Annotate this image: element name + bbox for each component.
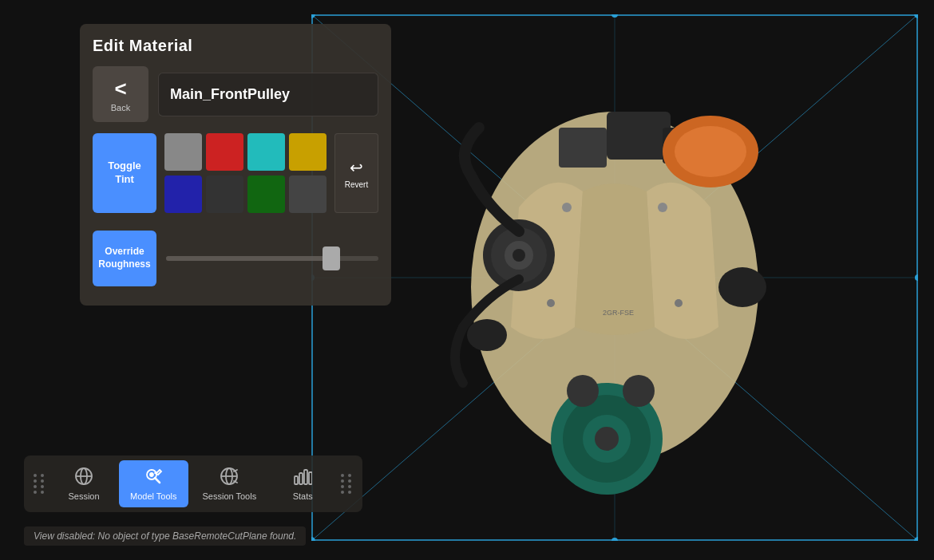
svg-rect-47 [299,473,303,484]
svg-point-27 [675,126,746,177]
color-swatches-grid [164,133,327,213]
drag-dot [34,474,37,477]
drag-dot [341,485,344,488]
back-label: Back [111,103,130,112]
override-roughness-button[interactable]: OverrideRoughness [93,231,156,286]
back-row: < Back Main_FrontPulley [93,66,378,122]
toolbar-drag-handle-right[interactable] [338,471,356,497]
drag-dot [341,491,344,494]
swatch-green[interactable] [247,175,285,213]
model-tools-icon [144,467,163,488]
status-message: View disabled: No object of type BaseRem… [34,530,296,542]
session-tools-label: Session Tools [203,491,257,501]
svg-point-23 [595,427,619,451]
back-button[interactable]: < Back [93,66,148,122]
svg-rect-46 [295,476,298,484]
svg-point-19 [513,249,525,262]
drag-dot [41,479,44,483]
back-chevron-icon: < [114,77,126,101]
drag-dot [348,491,351,494]
swatch-gold[interactable] [289,133,327,171]
swatch-teal[interactable] [247,133,285,171]
svg-point-28 [562,203,572,212]
roughness-slider-track[interactable] [166,256,378,261]
panel-title: Edit Material [93,37,378,55]
svg-text:2GR-FSE: 2GR-FSE [603,309,634,317]
swatch-red[interactable] [206,133,243,171]
svg-point-29 [658,203,667,212]
svg-rect-24 [607,112,671,160]
edit-material-panel: Edit Material < Back Main_FrontPulley To… [80,24,391,306]
svg-point-35 [467,319,507,351]
svg-point-30 [547,299,555,307]
roughness-slider-thumb[interactable] [323,246,340,270]
swatch-gray[interactable] [164,133,202,171]
svg-rect-49 [309,472,312,484]
svg-point-34 [718,267,766,307]
drag-dot [348,474,351,477]
revert-label: Revert [345,180,368,189]
tint-swatches-row: ToggleTint ↩ Revert [93,133,378,213]
svg-rect-48 [304,470,307,484]
toolbar-btn-session[interactable]: Session [52,460,116,507]
drag-dot [341,474,344,477]
toolbar-btn-model-tools[interactable]: Model Tools [119,460,188,507]
status-bar: View disabled: No object of type BaseRem… [24,526,306,546]
session-icon [74,467,93,488]
drag-dot [41,491,44,494]
svg-point-37 [623,375,655,407]
bottom-toolbar: Session Model Tools Session Tools [24,455,362,512]
drag-dot [34,491,37,494]
revert-button[interactable]: ↩ Revert [334,133,378,213]
material-name-display: Main_FrontPulley [158,73,378,116]
swatch-dark-gray[interactable] [206,175,243,213]
drag-dot [34,479,37,483]
stats-label: Stats [293,491,313,501]
roughness-row: OverrideRoughness [93,224,378,293]
svg-point-42 [150,473,153,476]
toolbar-drag-handle-left[interactable] [30,471,49,497]
toolbar-btn-stats[interactable]: Stats [271,460,334,507]
drag-dot [348,485,351,488]
session-tools-icon [220,467,239,488]
toolbar-btn-session-tools[interactable]: Session Tools [192,460,268,507]
engine-3d-view: 2GR-FSE [359,48,870,503]
drag-dot [41,474,44,477]
revert-icon: ↩ [350,158,363,177]
svg-point-31 [675,299,683,307]
stats-icon [293,467,312,488]
drag-dot [341,479,344,483]
toggle-tint-button[interactable]: ToggleTint [93,133,156,213]
drag-dot [34,485,37,488]
svg-point-36 [567,375,599,407]
swatch-dark-blue[interactable] [164,175,202,213]
drag-dot [348,479,351,483]
model-tools-label: Model Tools [130,491,177,501]
drag-dot [41,485,44,488]
session-label: Session [68,491,99,501]
swatch-charcoal[interactable] [289,175,327,213]
roughness-slider-fill [166,256,326,261]
svg-rect-32 [559,128,607,168]
